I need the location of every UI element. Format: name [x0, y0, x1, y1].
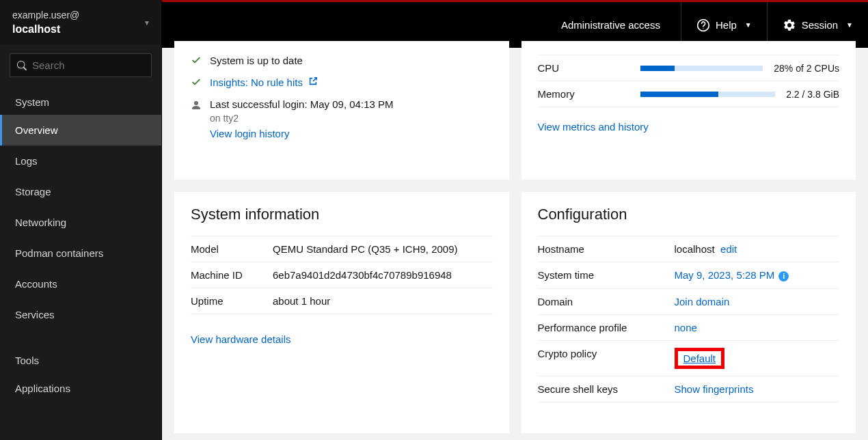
- system-info-card: System information ModelQEMU Standard PC…: [174, 192, 509, 433]
- search-input[interactable]: [32, 59, 144, 71]
- uptime-value: about 1 hour: [273, 295, 493, 307]
- host-selector[interactable]: example.user@ localhost ▼: [0, 0, 161, 45]
- cpu-value: 28% of 2 CPUs: [774, 63, 839, 74]
- nav-podman[interactable]: Podman containers: [0, 238, 161, 269]
- cpu-progress: [640, 66, 763, 71]
- gear-icon: [783, 18, 796, 32]
- chevron-down-icon: ▼: [144, 19, 150, 27]
- usage-card: CPU 28% of 2 CPUs Memory 2.2 / 3.8 GiB V…: [521, 41, 856, 180]
- external-link-icon: [308, 77, 318, 88]
- sysinfo-title: System information: [191, 206, 493, 223]
- nav-services[interactable]: Services: [0, 299, 161, 330]
- edit-hostname-link[interactable]: edit: [720, 243, 737, 255]
- search-icon: [17, 61, 27, 70]
- health-card: System is up to date Insights: No rule h…: [174, 41, 509, 180]
- config-title: Configuration: [538, 206, 840, 223]
- nav-logs[interactable]: Logs: [0, 146, 161, 176]
- admin-access-button[interactable]: Administrative access: [561, 19, 660, 31]
- system-time-link[interactable]: May 9, 2023, 5:28 PM: [675, 269, 775, 281]
- user-icon: [191, 100, 202, 111]
- sidebar: example.user@ localhost ▼ System Overvie…: [0, 0, 162, 440]
- memory-label: Memory: [538, 88, 640, 100]
- view-metrics-link[interactable]: View metrics and history: [538, 121, 649, 133]
- help-icon: [696, 18, 710, 32]
- cpu-label: CPU: [538, 62, 640, 74]
- check-icon: [191, 78, 202, 89]
- view-login-history-link[interactable]: View login history: [210, 128, 289, 139]
- machine-id-value: 6eb7a9401d2d4730bf4c70789b916948: [273, 269, 493, 281]
- nav-storage[interactable]: Storage: [0, 176, 161, 207]
- nav-section-system: System: [0, 85, 161, 115]
- memory-progress: [640, 92, 776, 97]
- hostname-value: localhost: [675, 243, 715, 255]
- configuration-card: Configuration Hostnamelocalhost edit Sys…: [521, 192, 856, 433]
- crypto-policy-highlight: Default: [675, 348, 725, 369]
- user-label: example.user@: [12, 10, 149, 20]
- nav-networking[interactable]: Networking: [0, 207, 161, 238]
- nav-applications[interactable]: Applications: [0, 373, 161, 404]
- nav-overview[interactable]: Overview: [0, 115, 161, 146]
- health-uptodate: System is up to date: [210, 55, 303, 66]
- nav-accounts[interactable]: Accounts: [0, 269, 161, 299]
- join-domain-link[interactable]: Join domain: [675, 296, 730, 307]
- info-icon: i: [778, 271, 789, 281]
- last-login-text: Last successful login: May 09, 04:13 PM: [210, 98, 393, 110]
- memory-value: 2.2 / 3.8 GiB: [786, 89, 839, 100]
- caret-down-icon: ▼: [846, 21, 853, 29]
- search-box[interactable]: [10, 53, 152, 77]
- insights-link[interactable]: Insights: No rule hits: [210, 77, 303, 88]
- caret-down-icon: ▼: [745, 21, 752, 29]
- view-hardware-link[interactable]: View hardware details: [191, 333, 290, 345]
- host-label: localhost: [12, 23, 149, 36]
- check-icon: [191, 56, 202, 67]
- perf-profile-link[interactable]: none: [675, 322, 697, 333]
- svg-point-1: [703, 27, 703, 28]
- nav-section-tools: Tools: [0, 344, 161, 373]
- model-value: QEMU Standard PC (Q35 + ICH9, 2009): [273, 243, 493, 255]
- crypto-policy-link[interactable]: Default: [683, 353, 716, 364]
- last-login-tty: on tty2: [210, 113, 393, 124]
- show-fingerprints-link[interactable]: Show fingerprints: [675, 383, 754, 395]
